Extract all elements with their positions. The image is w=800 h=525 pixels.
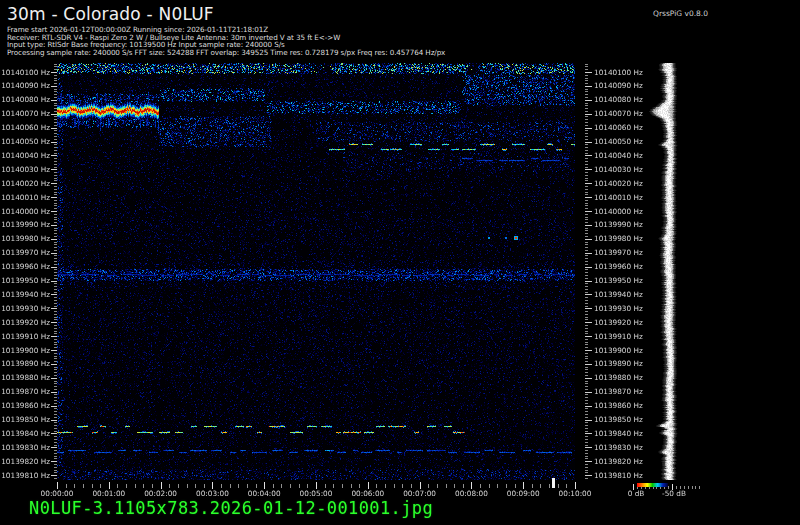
freq-label-right: 10140070 Hz (594, 109, 643, 118)
freq-label-right: 10139850 Hz (594, 415, 643, 424)
freq-label-right: 10139810 Hz (594, 471, 643, 480)
freq-label-right: 10139890 Hz (594, 359, 643, 368)
freq-label-left: 10139820 Hz (0, 457, 50, 466)
time-label: 00:03:00 (187, 489, 237, 498)
time-label: 00:08:00 (446, 489, 496, 498)
image-filename-caption: N0LUF-3.1105x783.2026-01-12-001001.jpg (29, 498, 433, 518)
freq-label-left: 10140100 Hz (0, 68, 50, 77)
freq-label-left: 10139950 Hz (0, 276, 50, 285)
freq-label-right: 10139860 Hz (594, 401, 643, 410)
db-label: -50 dB (649, 489, 699, 498)
freq-label-left: 10139890 Hz (0, 359, 50, 368)
qrsspig-grabber-image: 30m - Colorado - N0LUF QrssPiG v0.8.0 Fr… (0, 0, 800, 525)
time-label: 00:06:00 (343, 489, 393, 498)
db-colormap-legend (637, 483, 668, 487)
freq-label-left: 10139970 Hz (0, 248, 50, 257)
freq-label-left: 10139810 Hz (0, 471, 50, 480)
time-label: 00:05:00 (291, 489, 341, 498)
freq-label-left: 10140020 Hz (0, 179, 50, 188)
freq-label-left: 10140050 Hz (0, 137, 50, 146)
freq-label-right: 10139880 Hz (594, 373, 643, 382)
app-version-label: QrssPiG v0.8.0 (653, 9, 708, 18)
frame-info-block: Frame start 2026-01-12T00:00:00Z Running… (7, 26, 445, 56)
freq-label-right: 10139950 Hz (594, 276, 643, 285)
freq-label-right: 10140030 Hz (594, 165, 643, 174)
freq-label-right: 10139830 Hz (594, 443, 643, 452)
freq-label-left: 10140080 Hz (0, 95, 50, 104)
freq-label-left: 10139900 Hz (0, 346, 50, 355)
freq-label-left: 10139940 Hz (0, 290, 50, 299)
freq-label-right: 10139930 Hz (594, 304, 643, 313)
freq-label-right: 10140050 Hz (594, 137, 643, 146)
freq-label-left: 10140010 Hz (0, 193, 50, 202)
time-label: 00:10:00 (550, 489, 600, 498)
freq-label-right: 10139900 Hz (594, 346, 643, 355)
waterfall-spectrogram (57, 63, 575, 480)
page-title: 30m - Colorado - N0LUF (7, 4, 214, 24)
freq-label-left: 10140060 Hz (0, 123, 50, 132)
freq-label-right: 10140010 Hz (594, 193, 643, 202)
freq-label-left: 10139910 Hz (0, 332, 50, 341)
freq-label-right: 10140020 Hz (594, 179, 643, 188)
freq-label-left: 10139960 Hz (0, 262, 50, 271)
freq-label-left: 10139830 Hz (0, 443, 50, 452)
freq-label-right: 10139910 Hz (594, 332, 643, 341)
time-label: 00:01:00 (84, 489, 134, 498)
time-label: 00:09:00 (498, 489, 548, 498)
freq-label-right: 10139820 Hz (594, 457, 643, 466)
freq-label-right: 10139840 Hz (594, 429, 643, 438)
freq-label-left: 10140030 Hz (0, 165, 50, 174)
freq-label-left: 10139980 Hz (0, 234, 50, 243)
freq-label-left: 10139930 Hz (0, 304, 50, 313)
freq-label-left: 10139920 Hz (0, 318, 50, 327)
freq-label-right: 10139920 Hz (594, 318, 643, 327)
freq-label-left: 10139870 Hz (0, 387, 50, 396)
freq-label-left: 10139880 Hz (0, 373, 50, 382)
freq-label-right: 10139870 Hz (594, 387, 643, 396)
freq-label-left: 10139840 Hz (0, 429, 50, 438)
freq-label-left: 10140090 Hz (0, 81, 50, 90)
freq-label-right: 10139970 Hz (594, 248, 643, 257)
time-label: 00:02:00 (136, 489, 186, 498)
freq-label-right: 10140100 Hz (594, 68, 643, 77)
time-label: 00:04:00 (239, 489, 289, 498)
freq-label-right: 10140060 Hz (594, 123, 643, 132)
time-label: 00:07:00 (395, 489, 445, 498)
freq-label-right: 10140080 Hz (594, 95, 643, 104)
freq-label-left: 10140000 Hz (0, 207, 50, 216)
time-label: 00:00:00 (32, 489, 82, 498)
freq-label-left: 10140070 Hz (0, 109, 50, 118)
freq-label-right: 10139990 Hz (594, 220, 643, 229)
freq-label-right: 10139980 Hz (594, 234, 643, 243)
info-line-processing: Processing sample rate: 240000 S/s FFT s… (7, 49, 445, 57)
freq-label-left: 10139990 Hz (0, 220, 50, 229)
freq-label-right: 10140040 Hz (594, 151, 643, 160)
freq-label-right: 10139940 Hz (594, 290, 643, 299)
freq-label-left: 10139850 Hz (0, 415, 50, 424)
freq-label-right: 10140000 Hz (594, 207, 643, 216)
freq-label-right: 10139960 Hz (594, 262, 643, 271)
freq-label-right: 10140090 Hz (594, 81, 643, 90)
freq-label-left: 10140040 Hz (0, 151, 50, 160)
freq-label-left: 10139860 Hz (0, 401, 50, 410)
